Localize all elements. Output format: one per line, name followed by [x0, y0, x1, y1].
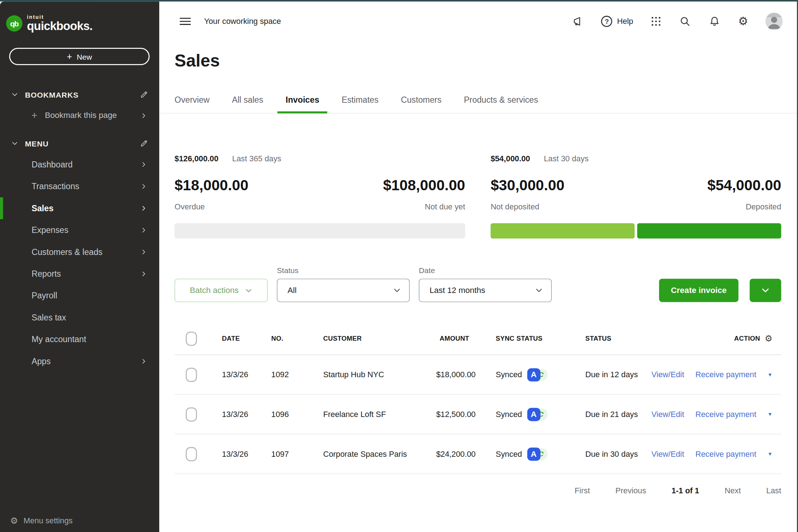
receive-payment-link[interactable]: Receive payment [695, 370, 756, 379]
menu-section-header[interactable]: MENU [0, 136, 159, 150]
sidebar-item-label: Apps [31, 357, 51, 366]
chevron-right-icon [140, 183, 147, 190]
tab-all-sales[interactable]: All sales [224, 95, 271, 114]
deposits-period: Last 30 days [544, 154, 589, 163]
pagination-first[interactable]: First [575, 486, 590, 495]
sidebar-item-dashboard[interactable]: Dashboard [0, 154, 159, 175]
help-button[interactable]: ? Help [601, 16, 633, 27]
sidebar-item-sales-tax[interactable]: Sales tax [0, 307, 159, 328]
menu-settings-label: Menu settings [24, 516, 73, 525]
row-actions-caret-icon[interactable]: ▼ [768, 412, 773, 417]
help-label: Help [617, 17, 633, 26]
cell-amount: $18,000.00 [436, 370, 469, 379]
apps-grid-button[interactable] [651, 16, 662, 27]
view-edit-link[interactable]: View/Edit [651, 410, 684, 419]
settings-button[interactable]: ⚙ [738, 16, 748, 27]
deposited-label: Deposited [746, 203, 781, 212]
app-badge-icon: A [527, 408, 540, 421]
sidebar-item-customers-leads[interactable]: Customers & leads [0, 241, 159, 263]
not-deposited-amount: $30,000.00 [491, 177, 565, 193]
chevron-right-icon [140, 227, 147, 233]
bell-icon [709, 15, 721, 27]
col-header-amount[interactable]: AMOUNT [436, 335, 469, 342]
cell-no: 1097 [271, 449, 323, 458]
not-due-label: Not due yet [425, 203, 465, 212]
bookmark-this-page[interactable]: + Bookmark this page [0, 108, 159, 123]
view-edit-link[interactable]: View/Edit [651, 370, 684, 379]
sidebar-item-apps[interactable]: Apps [0, 350, 159, 372]
col-header-customer[interactable]: CUSTOMER [323, 335, 436, 342]
sidebar-item-payroll[interactable]: Payroll [0, 285, 159, 307]
tab-products-services[interactable]: Products & services [456, 95, 546, 114]
sidebar-item-transactions[interactable]: Transactions [0, 175, 159, 197]
row-checkbox[interactable] [186, 367, 197, 382]
hamburger-menu-button[interactable] [180, 18, 191, 25]
col-header-no[interactable]: NO. [271, 335, 323, 342]
cell-no: 1096 [271, 410, 323, 419]
pagination-previous[interactable]: Previous [615, 486, 646, 495]
quickbooks-logo[interactable]: qb intuit quickbooks. [6, 15, 159, 32]
sync-status-text: Synced [496, 410, 522, 419]
select-all-checkbox[interactable] [186, 331, 197, 345]
help-icon: ? [601, 16, 612, 27]
sidebar-item-sales[interactable]: Sales [0, 197, 159, 219]
cell-no: 1092 [271, 370, 323, 379]
create-invoice-dropdown-button[interactable] [750, 279, 781, 302]
row-checkbox[interactable] [186, 407, 197, 421]
receivables-period: Last 365 days [232, 154, 282, 163]
tab-overview[interactable]: Overview [166, 95, 218, 114]
tab-customers[interactable]: Customers [393, 95, 449, 114]
table-settings-gear-icon[interactable]: ⚙ [765, 333, 773, 344]
date-filter-label: Date [419, 266, 552, 274]
receive-payment-link[interactable]: Receive payment [695, 410, 756, 419]
user-avatar[interactable] [765, 13, 783, 30]
not-due-amount: $108,000.00 [383, 177, 465, 193]
sidebar-item-label: Dashboard [31, 160, 73, 170]
bookmarks-section-header[interactable]: BOOKMARKS [0, 88, 159, 102]
pagination: First Previous 1-1 of 1 Next Last [174, 486, 781, 495]
cell-amount: $12,500.00 [436, 410, 469, 419]
batch-actions-button[interactable]: Batch actions [174, 279, 267, 302]
not-deposited-label: Not deposited [491, 203, 540, 212]
receive-payment-link[interactable]: Receive payment [695, 449, 756, 458]
new-button[interactable]: + New [9, 48, 149, 65]
col-header-sync-status[interactable]: SYNC STATUS [469, 335, 586, 342]
sidebar-item-reports[interactable]: Reports [0, 263, 159, 285]
tab-invoices[interactable]: Invoices [278, 95, 328, 114]
page-title: Sales [174, 51, 798, 70]
col-header-status[interactable]: STATUS [585, 335, 655, 342]
browser-viewport: qb intuit quickbooks. + New BOOKMARKS + [0, 0, 798, 532]
new-button-label: New [77, 52, 92, 61]
tab-estimates[interactable]: Estimates [333, 95, 387, 114]
edit-menu-button[interactable] [139, 139, 148, 148]
date-filter-select[interactable]: Last 12 months [419, 279, 552, 302]
edit-bookmarks-button[interactable] [139, 90, 148, 99]
chevron-down-icon [393, 286, 401, 295]
col-header-date[interactable]: DATE [222, 335, 271, 342]
sidebar-item-my-accountant[interactable]: My accountant [0, 328, 159, 350]
row-actions-caret-icon[interactable]: ▼ [768, 372, 773, 377]
sidebar-item-expenses[interactable]: Expenses [0, 219, 159, 241]
quickbooks-app: qb intuit quickbooks. + New BOOKMARKS + [0, 0, 798, 532]
create-invoice-button[interactable]: Create invoice [659, 279, 738, 302]
pagination-next[interactable]: Next [725, 486, 741, 495]
table-row: 13/3/26 1096 Freelance Loft SF $12,500.0… [174, 395, 781, 434]
sidebar-menu: Dashboard Transactions Sales Expenses Cu… [0, 154, 159, 373]
search-button[interactable] [679, 15, 691, 27]
sidebar-item-label: My accountant [31, 335, 86, 344]
menu-settings-button[interactable]: ⚙ Menu settings [0, 511, 159, 531]
status-filter-select[interactable]: All [277, 279, 410, 302]
row-actions-caret-icon[interactable]: ▼ [768, 451, 773, 456]
megaphone-icon [572, 15, 584, 27]
view-edit-link[interactable]: View/Edit [651, 449, 684, 458]
overdue-amount: $18,000.00 [174, 177, 248, 193]
table-row: 13/3/26 1092 Startup Hub NYC $18,000.00 … [174, 355, 781, 395]
notifications-button[interactable] [709, 15, 721, 27]
announcements-button[interactable] [572, 15, 584, 27]
overdue-label: Overdue [174, 203, 205, 212]
cell-customer: Startup Hub NYC [323, 370, 436, 379]
pagination-last[interactable]: Last [766, 486, 781, 495]
window-top-edge [0, 0, 798, 1]
sidebar-item-label: Reports [31, 269, 61, 279]
row-checkbox[interactable] [186, 447, 197, 461]
